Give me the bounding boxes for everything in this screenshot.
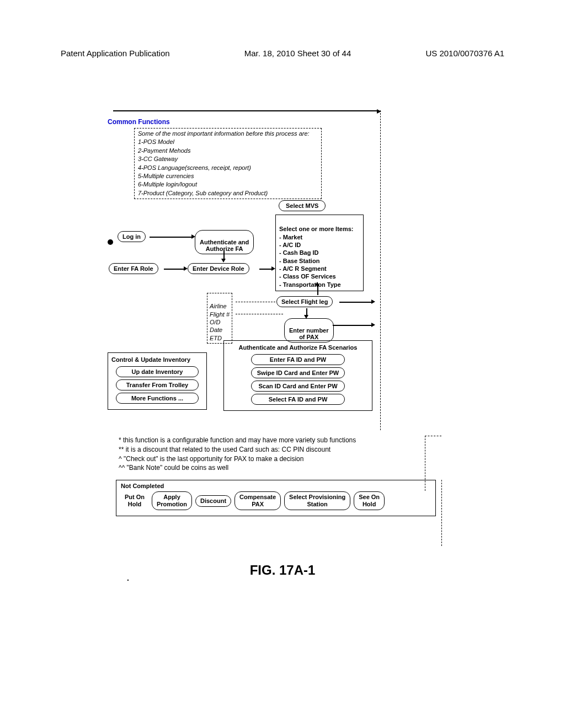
scenario-label: Select FA ID and PW — [269, 396, 328, 403]
select-mvs-label: Select MVS — [286, 202, 318, 209]
scenario-label: Swipe ID Card and Enter PW — [257, 370, 339, 376]
dashed-connector — [236, 314, 283, 314]
not-completed-row: Put On Hold Apply Promotion Discount Com… — [121, 491, 431, 510]
inventory-update: Up date Inventory — [116, 366, 199, 377]
login-node: Log in — [118, 231, 146, 242]
flow-area: Log in Authenticate and Authorize FA Ent… — [108, 204, 425, 413]
see-on-hold-btn: See On Hold — [354, 491, 385, 510]
arrow-head — [221, 259, 226, 263]
inventory-label: Transfer From Trolley — [126, 382, 188, 388]
select-provisioning-btn: Select Provisioning Station — [284, 491, 350, 510]
mvs-items-text: Select one or more Items: - Market - A/C… — [279, 226, 354, 287]
arrow-head — [184, 266, 188, 271]
info-line: 3-CC Gateway — [138, 155, 318, 163]
scenario-label: Enter FA ID and PW — [270, 356, 326, 363]
inventory-more: More Functions ... — [116, 393, 199, 404]
compensate-pax-btn: Compensate PAX — [234, 491, 281, 510]
inventory-title: Control & Update Inventory — [111, 356, 203, 363]
btn-text: Apply Promotion — [157, 494, 187, 507]
auth-label: Authenticate and Authorize FA — [200, 239, 249, 252]
arrow-head — [315, 282, 319, 286]
btn-text: Compensate PAX — [239, 494, 276, 507]
header-left: Patent Application Publication — [61, 49, 170, 58]
login-label: Log in — [122, 233, 141, 240]
put-on-hold-label: Put On Hold — [121, 494, 148, 508]
flight-info-box: Airline Flight # O/D Date ETD — [207, 293, 232, 344]
scenarios-box: Authenticate and Authorize FA Scenarios … — [223, 340, 372, 411]
section-title: Common Functions — [108, 118, 425, 126]
enter-device-role-label: Enter Device Role — [193, 265, 244, 272]
not-completed-box: Not Completed Put On Hold Apply Promotio… — [116, 480, 436, 516]
enter-pax-node: Enter number of PAX — [284, 318, 334, 342]
arrow-head — [371, 323, 375, 327]
select-mvs-node: Select MVS — [279, 200, 326, 211]
auth-node: Authenticate and Authorize FA — [195, 230, 254, 254]
scenario-enter-fa: Enter FA ID and PW — [251, 354, 345, 365]
flight-info-text: Airline Flight # O/D Date ETD — [210, 303, 230, 341]
scenarios-title: Authenticate and Authorize FA Scenarios — [227, 344, 369, 351]
dashed-boundary — [441, 480, 442, 546]
arrow — [317, 285, 318, 295]
info-line: 2-Payment Mehods — [138, 147, 318, 155]
btn-text: See On Hold — [359, 494, 380, 507]
btn-text: Select Provisioning Station — [289, 494, 345, 507]
info-line: Some of the most important information b… — [138, 130, 318, 138]
footnote-line: ** it is a discount that related to the … — [119, 445, 417, 454]
btn-text: Discount — [200, 497, 226, 504]
inventory-label: More Functions ... — [131, 395, 183, 402]
page-header: Patent Application Publication Mar. 18, … — [61, 49, 504, 58]
scenario-scan: Scan ID Card and Enter PW — [251, 381, 345, 392]
scenario-swipe: Swipe ID Card and Enter PW — [251, 367, 345, 378]
figure-label: FIG. 17A-1 — [0, 563, 565, 578]
arrow — [333, 325, 372, 326]
stray-mark: . — [127, 574, 129, 582]
diagram-container: Common Functions Some of the most import… — [108, 110, 425, 413]
scenario-label: Scan ID Card and Enter PW — [258, 383, 337, 389]
footnote-line: ^^ "Bank Note" could be coins as well — [119, 463, 417, 473]
arrow — [259, 269, 273, 270]
discount-btn: Discount — [195, 495, 231, 507]
dashed-boundary — [425, 436, 441, 436]
apply-promotion-btn: Apply Promotion — [152, 491, 192, 510]
enter-pax-label: Enter number of PAX — [289, 327, 329, 340]
footnote-line: ^ "Check out" is the last opportunity fo… — [119, 454, 417, 464]
select-flight-leg-label: Select Flight leg — [281, 298, 328, 305]
info-line: 4-POS Language(screens, receipt, report) — [138, 164, 318, 172]
top-border — [113, 110, 378, 111]
enter-device-role-node: Enter Device Role — [188, 263, 249, 274]
label-text: Put On Hold — [125, 494, 145, 507]
start-dot — [108, 239, 113, 245]
arrow — [339, 302, 372, 303]
info-line: 6-Multiple login/logout — [138, 180, 318, 189]
footnotes: * this function is a configurable functi… — [119, 436, 417, 473]
inventory-box: Control & Update Inventory Up date Inven… — [108, 352, 207, 410]
arrow — [164, 269, 185, 270]
footnote-line: * this function is a configurable functi… — [119, 436, 417, 445]
dashed-connector — [236, 302, 275, 302]
info-line: 1-POS Model — [138, 138, 318, 146]
inventory-transfer: Transfer From Trolley — [116, 379, 199, 390]
not-completed-title: Not Completed — [121, 483, 431, 489]
arrow — [150, 237, 193, 238]
arrow-head — [271, 266, 275, 271]
header-center: Mar. 18, 2010 Sheet 30 of 44 — [244, 49, 351, 58]
arrow-head — [371, 299, 375, 304]
info-box: Some of the most important information b… — [134, 128, 322, 199]
inventory-label: Up date Inventory — [132, 368, 183, 375]
mvs-items-box: Select one or more Items: - Market - A/C… — [275, 215, 364, 291]
header-right: US 2010/0070376 A1 — [425, 49, 504, 58]
enter-fa-role-label: Enter FA Role — [114, 265, 153, 272]
enter-fa-role-node: Enter FA Role — [109, 263, 158, 274]
select-flight-leg-node: Select Flight leg — [276, 296, 333, 307]
info-line: 5-Multiple currencies — [138, 172, 318, 180]
info-line: 7-Product (Category, Sub category and Pr… — [138, 189, 318, 197]
scenario-select: Select FA ID and PW — [251, 394, 345, 405]
